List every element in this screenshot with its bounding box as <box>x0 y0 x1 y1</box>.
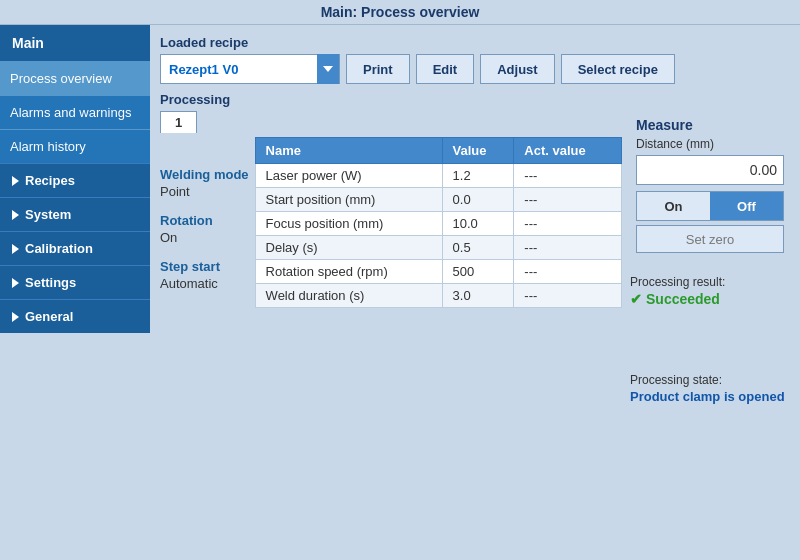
rotation-label: Rotation <box>160 213 249 228</box>
loaded-recipe-label: Loaded recipe <box>160 35 790 50</box>
sidebar-item-calibration[interactable]: Calibration <box>0 231 150 265</box>
welding-mode-value: Point <box>160 184 249 199</box>
step-start-value: Automatic <box>160 276 249 291</box>
loaded-recipe-section: Loaded recipe Rezept1 V0 Print Edit Adju… <box>160 35 790 84</box>
table-cell-actValue: --- <box>514 236 622 260</box>
table-area: 1 Welding mode Point Rotation On Step st… <box>160 111 622 547</box>
sidebar: Main Process overview Alarms and warning… <box>0 25 150 557</box>
table-cell-value: 0.5 <box>442 236 514 260</box>
arrow-icon <box>12 176 19 186</box>
processing-state: Processing state: Product clamp is opene… <box>630 373 790 404</box>
table-cell-name: Focus position (mm) <box>255 212 442 236</box>
distance-input[interactable] <box>636 155 784 185</box>
processing-result-label: Processing result: <box>630 275 790 289</box>
recipe-controls: Rezept1 V0 Print Edit Adjust Select reci… <box>160 54 790 84</box>
mode-labels: Welding mode Point Rotation On Step star… <box>160 137 249 547</box>
table-row: Focus position (mm)10.0--- <box>255 212 621 236</box>
measure-title: Measure <box>636 117 784 133</box>
table-cell-name: Rotation speed (rpm) <box>255 260 442 284</box>
on-off-buttons: On Off <box>636 191 784 221</box>
step-start-label: Step start <box>160 259 249 274</box>
measure-panel: Measure Distance (mm) On Off Set zero Pr… <box>630 111 790 547</box>
arrow-icon <box>12 312 19 322</box>
welding-mode-label: Welding mode <box>160 167 249 182</box>
sidebar-item-process-overview[interactable]: Process overview <box>0 61 150 95</box>
rotation-value: On <box>160 230 249 245</box>
processing-result: Processing result: ✔ Succeeded <box>630 275 790 307</box>
table-cell-actValue: --- <box>514 164 622 188</box>
table-cell-name: Weld duration (s) <box>255 284 442 308</box>
edit-button[interactable]: Edit <box>416 54 475 84</box>
set-zero-button[interactable]: Set zero <box>636 225 784 253</box>
table-cell-value: 500 <box>442 260 514 284</box>
processing-section: Processing 1 Welding mode Point Rotation… <box>160 92 790 547</box>
table-wrapper: Welding mode Point Rotation On Step star… <box>160 137 622 547</box>
sidebar-item-alarm-history[interactable]: Alarm history <box>0 129 150 163</box>
check-icon: ✔ <box>630 291 642 307</box>
title-text: Main: Process overview <box>321 4 480 20</box>
table-cell-name: Delay (s) <box>255 236 442 260</box>
processing-state-label: Processing state: <box>630 373 790 387</box>
off-button[interactable]: Off <box>710 192 783 220</box>
arrow-icon <box>12 210 19 220</box>
table-cell-value: 10.0 <box>442 212 514 236</box>
table-row: Weld duration (s)3.0--- <box>255 284 621 308</box>
table-cell-value: 0.0 <box>442 188 514 212</box>
table-row: Rotation speed (rpm)500--- <box>255 260 621 284</box>
table-row: Laser power (W)1.2--- <box>255 164 621 188</box>
processing-state-value: Product clamp is opened <box>630 389 790 404</box>
table-body: Laser power (W)1.2---Start position (mm)… <box>255 164 621 308</box>
processing-result-value: ✔ Succeeded <box>630 291 790 307</box>
sidebar-item-general[interactable]: General <box>0 299 150 333</box>
adjust-button[interactable]: Adjust <box>480 54 554 84</box>
sidebar-item-settings[interactable]: Settings <box>0 265 150 299</box>
table-cell-value: 3.0 <box>442 284 514 308</box>
col-name-header: Name <box>255 138 442 164</box>
recipe-dropdown[interactable]: Rezept1 V0 <box>160 54 340 84</box>
sidebar-item-recipes[interactable]: Recipes <box>0 163 150 197</box>
distance-label: Distance (mm) <box>636 137 784 151</box>
table-cell-value: 1.2 <box>442 164 514 188</box>
table-row: Start position (mm)0.0--- <box>255 188 621 212</box>
processing-label: Processing <box>160 92 790 107</box>
title-bar: Main: Process overview <box>0 0 800 25</box>
dropdown-arrow-icon[interactable] <box>317 54 339 84</box>
main-content: Loaded recipe Rezept1 V0 Print Edit Adju… <box>150 25 800 557</box>
recipe-selected-value: Rezept1 V0 <box>161 62 317 77</box>
arrow-icon <box>12 278 19 288</box>
sidebar-main-button[interactable]: Main <box>0 25 150 61</box>
table-cell-name: Start position (mm) <box>255 188 442 212</box>
table-cell-actValue: --- <box>514 284 622 308</box>
sidebar-item-system[interactable]: System <box>0 197 150 231</box>
table-row: Delay (s)0.5--- <box>255 236 621 260</box>
data-table: Name Value Act. value Laser power (W)1.2… <box>255 137 622 308</box>
table-cell-actValue: --- <box>514 212 622 236</box>
table-cell-actValue: --- <box>514 260 622 284</box>
tab-bar: 1 <box>160 111 622 133</box>
table-cell-name: Laser power (W) <box>255 164 442 188</box>
sidebar-item-alarms-warnings[interactable]: Alarms and warnings <box>0 95 150 129</box>
print-button[interactable]: Print <box>346 54 410 84</box>
measure-box: Measure Distance (mm) On Off Set zero <box>630 111 790 259</box>
col-actvalue-header: Act. value <box>514 138 622 164</box>
arrow-icon <box>12 244 19 254</box>
select-recipe-button[interactable]: Select recipe <box>561 54 675 84</box>
on-button[interactable]: On <box>637 192 710 220</box>
processing-inner: 1 Welding mode Point Rotation On Step st… <box>160 111 790 547</box>
col-value-header: Value <box>442 138 514 164</box>
table-cell-actValue: --- <box>514 188 622 212</box>
tab-1[interactable]: 1 <box>160 111 197 133</box>
